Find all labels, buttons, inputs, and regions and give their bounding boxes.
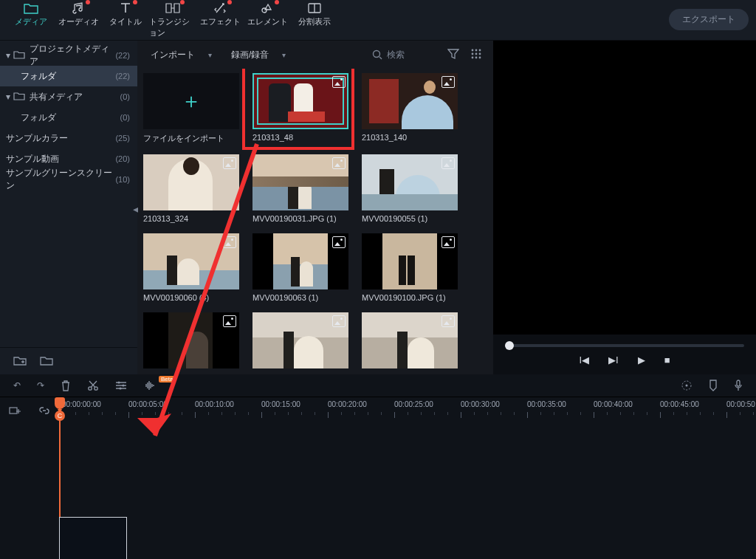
- svg-point-6: [472, 53, 474, 55]
- media-card[interactable]: 210313_48: [252, 73, 348, 144]
- render-icon[interactable]: [681, 380, 693, 391]
- image-badge-icon: [441, 315, 455, 327]
- timeline-ruler-row: 00:00:00:0000:00:05:0000:00:10:0000:00:1…: [0, 397, 756, 424]
- media-browser: インポート▾ 録画/録音▾ 検索 ＋ ファイルをインポート: [137, 41, 493, 374]
- timeline-ruler[interactable]: 00:00:00:0000:00:05:0000:00:10:0000:00:1…: [59, 397, 756, 424]
- empty-clip-slot[interactable]: [59, 517, 127, 559]
- tab-transition[interactable]: トランジション: [149, 0, 196, 38]
- import-dropdown[interactable]: インポート▾: [146, 46, 216, 64]
- sidebar-item-sample-color[interactable]: サンプルカラー (25): [0, 128, 137, 148]
- sidebar-item-shared-media[interactable]: ▾ 共有メディア (0): [0, 86, 137, 107]
- media-card[interactable]: MVV00190100.JPG (1): [362, 233, 458, 302]
- preview-video[interactable]: [493, 41, 756, 335]
- card-caption: ファイルをインポート: [143, 133, 239, 144]
- sidebar-item-greenscreen[interactable]: サンプルグリーンスクリーン (10): [0, 169, 137, 190]
- prev-frame-icon[interactable]: I◀: [579, 354, 589, 366]
- media-card[interactable]: [362, 312, 458, 368]
- new-folder-icon[interactable]: [13, 355, 27, 367]
- redo-icon[interactable]: ↷: [37, 380, 44, 391]
- music-note-icon: [70, 1, 86, 15]
- mic-icon[interactable]: [734, 380, 743, 391]
- delete-icon[interactable]: [61, 380, 71, 391]
- sidebar-item-folder2[interactable]: フォルダ (0): [0, 107, 137, 128]
- svg-point-10: [475, 57, 478, 59]
- tab-label: タイトル: [109, 16, 142, 27]
- media-card[interactable]: MVV00190063 (1): [252, 233, 348, 302]
- tab-splitview[interactable]: 分割表示: [291, 0, 338, 27]
- folder-icon: [13, 50, 25, 61]
- image-badge-icon: [332, 315, 346, 327]
- collapse-left-icon[interactable]: ◂: [133, 203, 138, 215]
- sidebar-item-project-media[interactable]: ▾ プロジェクトメディア (22): [0, 45, 137, 66]
- media-grid: ＋ ファイルをインポート 210313_4: [137, 69, 493, 368]
- marker-icon[interactable]: [709, 380, 718, 391]
- search-input[interactable]: 検索: [372, 49, 437, 61]
- svg-point-14: [117, 381, 120, 383]
- tab-media[interactable]: メディア: [7, 0, 55, 27]
- timeline-panel: ↶ ↷ Beta 00:00:00:0000:00:05:0000:00:10:…: [0, 374, 756, 559]
- notify-dot: [275, 0, 279, 4]
- sidebar-count: (20): [115, 154, 130, 163]
- tab-title[interactable]: タイトル: [102, 0, 149, 27]
- chevron-down-icon: ▾: [282, 51, 286, 59]
- chevron-down-icon: ▾: [208, 51, 212, 59]
- stop-icon[interactable]: ■: [664, 354, 670, 366]
- preview-panel: I◀ ▶I ▶ ■: [493, 41, 756, 374]
- svg-rect-20: [10, 408, 17, 414]
- audio-wave-icon[interactable]: [143, 380, 157, 391]
- playhead-grip[interactable]: [55, 397, 65, 409]
- adjust-icon[interactable]: [115, 380, 127, 391]
- import-card[interactable]: ＋ ファイルをインポート: [143, 73, 239, 144]
- folder-icon: [13, 92, 25, 102]
- filter-icon[interactable]: [447, 49, 461, 61]
- svg-point-16: [119, 387, 121, 389]
- card-caption: 210313_324: [143, 214, 239, 223]
- image-badge-icon: [441, 76, 455, 88]
- sidebar-count: (10): [115, 175, 130, 184]
- text-icon: [117, 1, 134, 15]
- image-badge-icon: [332, 76, 346, 88]
- tab-label: エフェクト: [200, 16, 241, 27]
- sidebar-item-sample-video[interactable]: サンプル動画 (20): [0, 148, 137, 169]
- tab-effect[interactable]: エフェクト: [196, 0, 244, 27]
- media-card[interactable]: [252, 312, 348, 368]
- timeline-tracks[interactable]: C: [0, 424, 756, 559]
- sidebar-label: サンプルグリーンスクリーン: [6, 167, 115, 192]
- svg-point-13: [94, 387, 97, 390]
- grid-view-icon[interactable]: [471, 49, 484, 61]
- media-card[interactable]: 210313_324: [143, 154, 239, 223]
- search-placeholder: 検索: [387, 49, 405, 61]
- media-card[interactable]: MVV00190031.JPG (1): [252, 154, 348, 223]
- image-badge-icon: [223, 157, 236, 169]
- media-card[interactable]: MVV00190055 (1): [362, 154, 458, 223]
- svg-point-4: [475, 49, 478, 52]
- folder-outline-icon[interactable]: [40, 355, 53, 367]
- seek-knob[interactable]: [505, 341, 514, 350]
- track-add-icon[interactable]: [9, 405, 21, 416]
- media-card[interactable]: [143, 312, 239, 368]
- undo-icon[interactable]: ↶: [13, 380, 21, 391]
- notify-dot: [180, 0, 185, 4]
- card-caption: MVV00190055 (1): [362, 214, 458, 223]
- sidebar-count: (0): [120, 113, 130, 122]
- svg-point-18: [686, 385, 688, 387]
- export-button[interactable]: エクスポート: [669, 9, 749, 30]
- tab-element[interactable]: エレメント: [244, 0, 291, 27]
- svg-point-7: [475, 53, 478, 55]
- step-fwd-icon[interactable]: ▶I: [608, 354, 619, 366]
- link-icon[interactable]: [38, 405, 50, 416]
- media-card[interactable]: MVV00190060 (4): [143, 233, 239, 302]
- card-caption: 210313_48: [252, 133, 348, 142]
- image-badge-icon: [441, 236, 455, 248]
- preview-seek[interactable]: [505, 344, 744, 347]
- svg-point-12: [89, 387, 92, 390]
- svg-point-15: [122, 384, 124, 386]
- tab-audio[interactable]: オーディオ: [55, 0, 102, 27]
- cut-icon[interactable]: [87, 380, 99, 391]
- sidebar-item-folder[interactable]: フォルダ (22): [0, 66, 137, 86]
- media-card[interactable]: 210313_140: [362, 73, 458, 144]
- record-dropdown[interactable]: 録画/録音▾: [227, 46, 290, 64]
- export-label: エクスポート: [682, 14, 735, 24]
- play-icon[interactable]: ▶: [638, 354, 645, 366]
- playhead-label: C: [55, 411, 65, 421]
